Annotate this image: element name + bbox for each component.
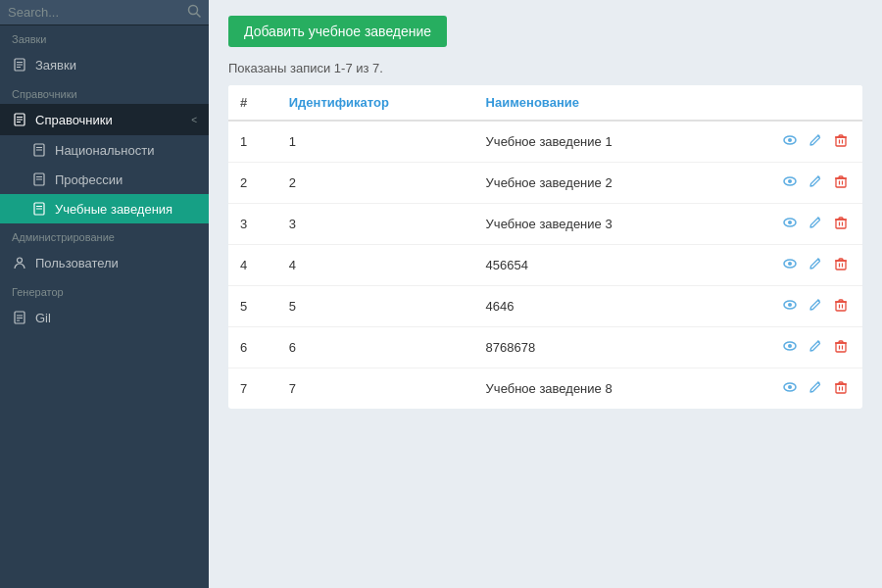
sidebar-item-label-uchebnye: Учебные заведения xyxy=(55,202,172,217)
sidebar-item-zayavki[interactable]: Заявки xyxy=(0,49,209,80)
view-button[interactable] xyxy=(780,377,800,400)
edit-button[interactable] xyxy=(806,213,825,235)
delete-button[interactable] xyxy=(831,295,851,318)
view-button[interactable] xyxy=(780,254,800,276)
svg-rect-32 xyxy=(836,178,846,187)
delete-button[interactable] xyxy=(831,336,851,359)
sidebar-item-spravochniki[interactable]: Справочники < xyxy=(0,104,209,135)
table-row: 4 4 456654 xyxy=(228,245,862,286)
table-header-row: # Идентификатор Наименование xyxy=(228,85,862,121)
cell-num: 1 xyxy=(228,121,277,163)
search-input[interactable] xyxy=(8,5,187,20)
cell-actions xyxy=(712,121,862,163)
view-button[interactable] xyxy=(780,172,800,194)
records-info: Показаны записи 1-7 из 7. xyxy=(228,61,862,75)
cell-id: 1 xyxy=(277,121,474,163)
table-row: 1 1 Учебное заведение 1 xyxy=(228,121,862,163)
cell-name: Учебное заведение 2 xyxy=(474,163,713,204)
main-content: Добавить учебное заведение Показаны запи… xyxy=(209,0,882,588)
add-institution-button[interactable]: Добавить учебное заведение xyxy=(228,16,447,47)
cell-id: 2 xyxy=(277,163,474,204)
sidebar-item-label-natsionalnosti: Национальности xyxy=(55,143,154,158)
sidebar-item-label-professii: Профессии xyxy=(55,172,122,187)
delete-button[interactable] xyxy=(831,172,851,194)
svg-rect-56 xyxy=(836,343,846,352)
cell-name: 456654 xyxy=(474,245,713,286)
cell-id: 7 xyxy=(277,368,474,410)
svg-point-61 xyxy=(788,385,792,389)
book-icon xyxy=(12,112,27,127)
cell-num: 4 xyxy=(228,245,277,286)
cell-num: 3 xyxy=(228,204,277,245)
svg-point-19 xyxy=(18,258,23,263)
table-row: 6 6 8768678 xyxy=(228,327,862,368)
cell-id: 3 xyxy=(277,204,474,245)
svg-point-55 xyxy=(788,344,792,348)
file-icon xyxy=(12,57,27,73)
sidebar-item-label-polzovateli: Пользователи xyxy=(35,256,119,270)
user-icon xyxy=(12,255,27,270)
cell-actions xyxy=(712,286,862,327)
table-body: 1 1 Учебное заведение 1 2 2 xyxy=(228,121,862,409)
table-row: 7 7 Учебное заведение 8 xyxy=(228,368,862,410)
view-button[interactable] xyxy=(780,295,800,318)
sidebar-item-natsionalnosti[interactable]: Национальности xyxy=(0,135,209,165)
table-row: 2 2 Учебное заведение 2 xyxy=(228,163,862,204)
view-button[interactable] xyxy=(780,130,800,153)
chevron-icon: < xyxy=(191,115,197,125)
edit-button[interactable] xyxy=(806,377,825,400)
cell-id: 5 xyxy=(277,286,474,327)
institutions-table: # Идентификатор Наименование 1 1 Учебное… xyxy=(228,85,862,409)
edit-button[interactable] xyxy=(806,295,825,318)
sidebar-item-uchebnye[interactable]: Учебные заведения xyxy=(0,194,209,223)
col-header-num: # xyxy=(228,85,277,121)
delete-button[interactable] xyxy=(831,377,851,400)
cell-num: 6 xyxy=(228,327,277,368)
svg-rect-38 xyxy=(836,220,846,228)
edit-button[interactable] xyxy=(806,336,825,359)
delete-button[interactable] xyxy=(831,213,851,235)
section-label-generator: Генератор xyxy=(0,278,209,302)
delete-button[interactable] xyxy=(831,254,851,276)
view-button[interactable] xyxy=(780,336,800,359)
svg-rect-44 xyxy=(836,261,846,270)
edit-button[interactable] xyxy=(806,172,825,194)
sidebar-item-professii[interactable]: Профессии xyxy=(0,165,209,194)
sidebar: Заявки Заявки Справочники Справочники < … xyxy=(0,0,209,588)
view-button[interactable] xyxy=(780,213,800,235)
cell-actions xyxy=(712,204,862,245)
doc-icon-uch xyxy=(31,201,47,217)
table-row: 5 5 4646 xyxy=(228,286,862,327)
cell-name: Учебное заведение 3 xyxy=(474,204,713,245)
cell-id: 4 xyxy=(277,245,474,286)
sidebar-item-label-spravochniki: Справочники xyxy=(35,113,113,127)
cell-num: 2 xyxy=(228,163,277,204)
svg-rect-50 xyxy=(836,302,846,311)
table-row: 3 3 Учебное заведение 3 xyxy=(228,204,862,245)
cell-name: 8768678 xyxy=(474,327,713,368)
svg-point-31 xyxy=(788,179,792,183)
cell-num: 5 xyxy=(228,286,277,327)
section-label-spravochniki: Справочники xyxy=(0,80,209,104)
sidebar-item-polzovateli[interactable]: Пользователи xyxy=(0,247,209,278)
sidebar-item-gil[interactable]: Gil xyxy=(0,302,209,333)
pdf-icon xyxy=(12,310,27,325)
cell-actions xyxy=(712,163,862,204)
doc-icon-prof xyxy=(31,172,47,187)
doc-icon-nat xyxy=(31,142,47,158)
institutions-table-container: # Идентификатор Наименование 1 1 Учебное… xyxy=(228,85,862,409)
section-label-admin: Администрирование xyxy=(0,223,209,247)
edit-button[interactable] xyxy=(806,130,825,153)
cell-actions xyxy=(712,368,862,410)
search-bar[interactable] xyxy=(0,0,209,25)
cell-actions xyxy=(712,245,862,286)
svg-rect-62 xyxy=(836,384,846,393)
section-label-zayavki: Заявки xyxy=(0,25,209,49)
col-header-name: Наименование xyxy=(474,85,713,121)
cell-actions xyxy=(712,327,862,368)
svg-rect-26 xyxy=(836,137,846,146)
delete-button[interactable] xyxy=(831,130,851,153)
edit-button[interactable] xyxy=(806,254,825,276)
svg-point-37 xyxy=(788,220,792,224)
svg-point-25 xyxy=(788,138,792,142)
